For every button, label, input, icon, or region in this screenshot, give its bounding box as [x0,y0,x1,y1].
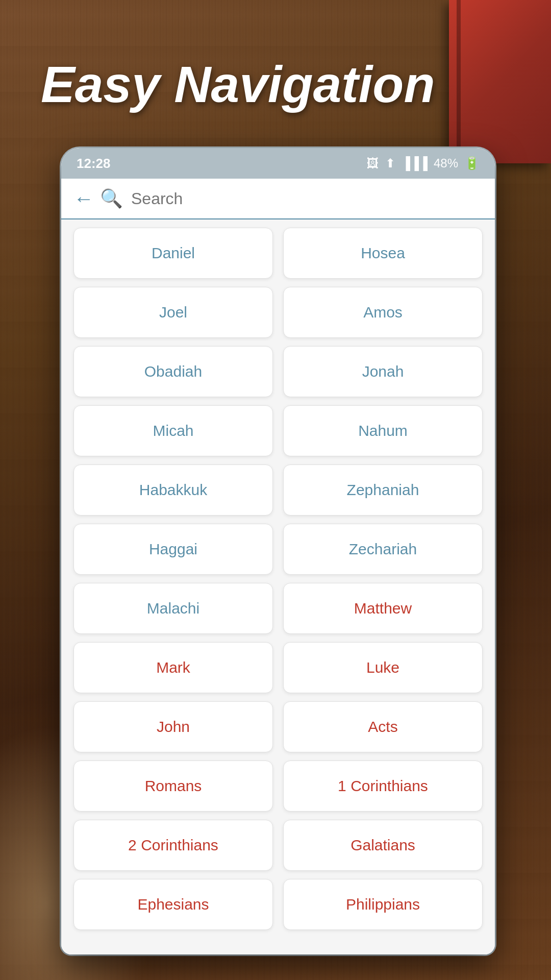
page-title: Easy Navigation [41,56,435,112]
book-button-jonah[interactable]: Jonah [283,346,483,397]
book-row: Romans1 Corinthians [73,761,483,812]
book-button-romans[interactable]: Romans [73,761,273,812]
book-row: MicahNahum [73,405,483,456]
book-button-philippians[interactable]: Philippians [283,879,483,930]
book-row: HaggaiZechariah [73,524,483,575]
book-row: DanielHosea [73,228,483,279]
book-button-luke[interactable]: Luke [283,642,483,693]
book-decoration [449,0,551,163]
search-icon: 🔍 [100,188,123,209]
book-button-mark[interactable]: Mark [73,642,273,693]
book-row: MalachiMatthew [73,583,483,634]
search-input[interactable] [131,189,483,208]
book-button-malachi[interactable]: Malachi [73,583,273,634]
book-button-habakkuk[interactable]: Habakkuk [73,464,273,516]
book-button-obadiah[interactable]: Obadiah [73,346,273,397]
book-row: ObadiahJonah [73,346,483,397]
image-icon: 🖼 [367,156,379,170]
battery-icon: 🔋 [464,156,480,170]
book-button-amos[interactable]: Amos [283,287,483,338]
book-button-joel[interactable]: Joel [73,287,273,338]
book-button-2-corinthians[interactable]: 2 Corinthians [73,820,273,871]
book-button-1-corinthians[interactable]: 1 Corinthians [283,761,483,812]
status-time: 12:28 [77,156,111,172]
book-row: JohnActs [73,701,483,752]
search-bar: ← 🔍 [61,179,495,219]
book-row: EphesiansPhilippians [73,879,483,930]
book-button-micah[interactable]: Micah [73,405,273,456]
battery-label: 48% [434,156,458,170]
book-row: HabakkukZephaniah [73,464,483,516]
book-row: JoelAmos [73,287,483,338]
book-button-nahum[interactable]: Nahum [283,405,483,456]
book-button-acts[interactable]: Acts [283,701,483,752]
book-button-galatians[interactable]: Galatians [283,820,483,871]
book-button-matthew[interactable]: Matthew [283,583,483,634]
book-button-john[interactable]: John [73,701,273,752]
book-button-haggai[interactable]: Haggai [73,524,273,575]
book-button-zephaniah[interactable]: Zephaniah [283,464,483,516]
back-button[interactable]: ← [73,187,94,210]
status-bar: 12:28 🖼 ⬆ ▐▐▐ 48% 🔋 [61,148,495,179]
book-row: MarkLuke [73,642,483,693]
book-button-zechariah[interactable]: Zechariah [283,524,483,575]
book-button-ephesians[interactable]: Ephesians [73,879,273,930]
bluetooth-icon: ⬆ [385,156,395,170]
book-button-hosea[interactable]: Hosea [283,228,483,279]
books-grid: DanielHoseaJoelAmosObadiahJonahMicahNahu… [61,219,495,954]
book-button-daniel[interactable]: Daniel [73,228,273,279]
phone-mockup: 12:28 🖼 ⬆ ▐▐▐ 48% 🔋 ← 🔍 DanielHoseaJoelA… [61,148,495,954]
signal-icon: ▐▐▐ [402,156,428,170]
book-row: 2 CorinthiansGalatians [73,820,483,871]
status-icons: 🖼 ⬆ ▐▐▐ 48% 🔋 [367,156,480,170]
